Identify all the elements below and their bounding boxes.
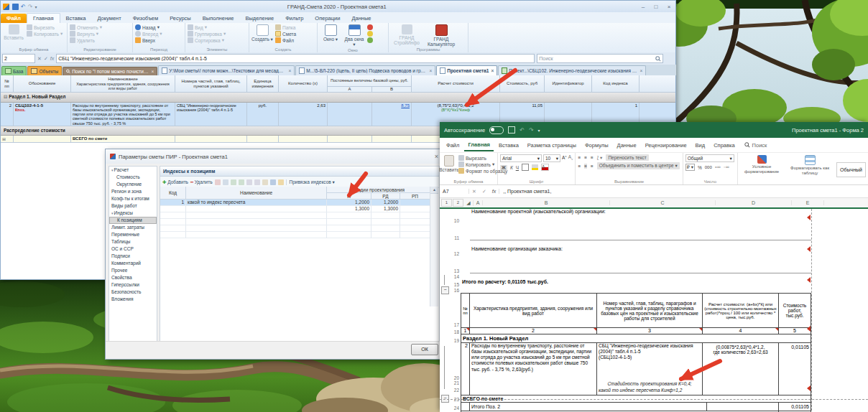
row-header[interactable]: 24 <box>451 402 461 411</box>
cell-A20[interactable]: 2 <box>461 343 470 395</box>
formula-input[interactable] <box>56 54 535 63</box>
tree-item-stoimost[interactable]: Стоимость <box>109 174 157 181</box>
cancel-icon[interactable]: ✕ <box>37 56 42 62</box>
row-header[interactable]: 21 <box>454 380 459 388</box>
paste-button[interactable]: Вставить <box>442 154 456 174</box>
tree-item-kommentariy[interactable]: Комментарий <box>109 260 157 267</box>
minimize-button[interactable]: – <box>637 4 650 10</box>
scroll-up-icon[interactable]: ▲ <box>430 187 438 194</box>
tree-item-os-ssr[interactable]: ОС и ССР <box>109 245 157 253</box>
tree-item-k-poziciyam[interactable]: К позициям <box>109 217 157 224</box>
grand-tab-execution[interactable]: Выполнение <box>197 14 240 23</box>
tree-item-vlozheniya[interactable]: Вложения <box>109 296 157 303</box>
empty-row[interactable] <box>160 232 430 238</box>
sort-desc-icon[interactable] <box>231 179 236 185</box>
col-header-stage-rd[interactable]: РД <box>371 193 400 200</box>
comma-style-icon[interactable]: 000 <box>705 165 712 169</box>
cell-stage-p[interactable]: 1,3000 <box>327 206 371 212</box>
col-header-B[interactable]: B <box>483 200 610 205</box>
cell-D20[interactable]: (0,00875*2,63)*0,4*1,2, где количество 2… <box>703 343 779 395</box>
cell-style-normal[interactable]: Обычный <box>836 162 866 177</box>
table-scrollbar[interactable]: ▲ <box>430 187 438 306</box>
underline-button[interactable]: Ч <box>516 165 519 170</box>
tree-item-giperssylki[interactable]: Гиперссылки <box>109 281 157 289</box>
orientation-icon[interactable]: ⟅ ▾ <box>597 155 603 161</box>
cell-reference-box[interactable] <box>2 54 35 63</box>
cell-name[interactable]: какой то индекс пересчета <box>186 200 327 206</box>
col-header-stage-rp[interactable]: РП <box>400 193 430 200</box>
cell-B13-underline[interactable] <box>470 256 811 273</box>
redo-button[interactable]: Вернуть ▾ <box>70 31 102 37</box>
tree-item-bezopasnost[interactable]: Безопасность <box>109 289 157 296</box>
excel-tab-file[interactable]: Файл <box>443 140 463 151</box>
cell-a[interactable] <box>328 103 372 126</box>
paste-icon[interactable] <box>262 179 268 185</box>
save-icon[interactable] <box>270 179 276 185</box>
back-button[interactable]: Назад ▾ <box>135 24 162 30</box>
expand-icon[interactable]: ⊞ <box>1 136 14 143</box>
tree-item-region[interactable]: Регион и зона <box>109 188 157 195</box>
col-header-name[interactable]: Наименование <box>186 187 327 200</box>
row-header[interactable]: 17 <box>451 293 461 327</box>
tree-item-okruglenie[interactable]: Округление <box>109 181 157 188</box>
grand-tab-document[interactable]: Документ <box>91 14 126 23</box>
row-header[interactable]: 16 <box>451 287 461 293</box>
outline-level-1-button[interactable]: 1 <box>441 199 452 207</box>
row-header[interactable]: 20 <box>454 343 459 380</box>
align-bottom-icon[interactable]: ≡ <box>591 155 594 160</box>
section-row-1[interactable]: ⊟ Раздел 1. Новый Раздел <box>1 93 675 103</box>
sort-asc-icon[interactable] <box>239 179 244 185</box>
format-as-table-button[interactable]: Форматировать как таблицу <box>788 154 832 175</box>
undo-button[interactable]: Отменить ▾ <box>70 24 102 30</box>
cell-section-1[interactable]: Раздел 1. Новый Раздел <box>461 334 811 343</box>
excel-tab-data[interactable]: Данные <box>614 140 640 151</box>
cell-total-23[interactable]: ВСЕГО по смете <box>461 395 811 402</box>
excel-search-box[interactable]: Поиск <box>744 142 767 149</box>
borders-icon[interactable] <box>522 164 529 171</box>
yellow-pin-icon[interactable] <box>367 31 373 37</box>
close-tab-icon[interactable]: × <box>288 68 291 73</box>
row-header[interactable]: 10 <box>451 209 461 223</box>
tab-objects[interactable]: Объекты <box>27 66 62 75</box>
undo-icon[interactable]: ↶ <box>21 4 26 10</box>
cell-E17[interactable]: Стоимость работ, тыс.руб. <box>779 293 811 327</box>
col-header-stage-p[interactable]: П <box>327 193 371 200</box>
cancel-icon[interactable]: ✕ <box>469 189 479 195</box>
save-icon[interactable] <box>508 126 515 134</box>
col-header-calc[interactable]: Расчет стоимости <box>412 75 500 93</box>
row-header[interactable]: 12 <box>451 240 461 256</box>
cell-justification[interactable]: СБЦ102-4-1-5 Кпоз. <box>14 103 71 126</box>
cell-C18[interactable]: 3 <box>597 327 703 334</box>
row-header[interactable]: 13 <box>451 256 461 273</box>
tree-item-peremennye[interactable]: Переменные <box>109 231 157 238</box>
grand-tab-data[interactable]: Данные <box>346 14 377 23</box>
align-center-icon[interactable]: ≡ <box>584 164 587 169</box>
tree-item-koef[interactable]: Коэф-ты к итогам <box>109 195 157 202</box>
col-header-A[interactable]: A <box>474 200 483 205</box>
wrap-text-button[interactable]: Переносить текст <box>606 154 648 161</box>
col-header-parts[interactable]: Номера частей, глав, таблиц, пунктов ука… <box>175 75 247 93</box>
number-format-combo[interactable]: Общий▾ <box>685 154 734 162</box>
close-tab-icon[interactable]: × <box>491 68 494 73</box>
view-button[interactable]: Вид ▾ <box>188 24 226 30</box>
grand-tab-home[interactable]: Главная <box>27 13 60 23</box>
tab-textovki[interactable]: У:\Мои сметы\! потом можн...\Текстовки д… <box>158 65 295 75</box>
align-right-icon[interactable]: ≡ <box>591 164 594 169</box>
cell-itogo-value[interactable]: 0,01105 <box>779 402 811 411</box>
tree-item-vidy-rabot[interactable]: Виды работ <box>109 202 157 210</box>
grand-tab-insert[interactable]: Вставка <box>60 14 92 23</box>
decrease-decimal-icon[interactable]: ⁻⁰⁰ <box>724 165 729 170</box>
font-color-icon[interactable]: А <box>541 164 549 171</box>
grand-tab-file[interactable]: Файл <box>1 14 27 23</box>
excel-tab-insert[interactable]: Вставка <box>495 140 522 151</box>
cell-stage-p[interactable]: 1,2000 <box>327 200 371 206</box>
maximize-button[interactable]: □ <box>650 4 662 10</box>
copy-button[interactable]: Копировать ▾ <box>27 31 63 37</box>
row-header[interactable]: 23 <box>451 395 461 402</box>
col-header-C[interactable]: C <box>610 200 716 205</box>
close-tab-icon[interactable]: × <box>429 68 432 73</box>
index-binding-dropdown[interactable]: Привязка индексов ▾ <box>286 179 335 185</box>
grand-tab-selection[interactable]: Выделение <box>239 14 280 23</box>
cell-itogo-poz2[interactable]: Итого Поз. 2 <box>470 402 707 411</box>
excel-tab-view[interactable]: Вид <box>692 140 709 151</box>
